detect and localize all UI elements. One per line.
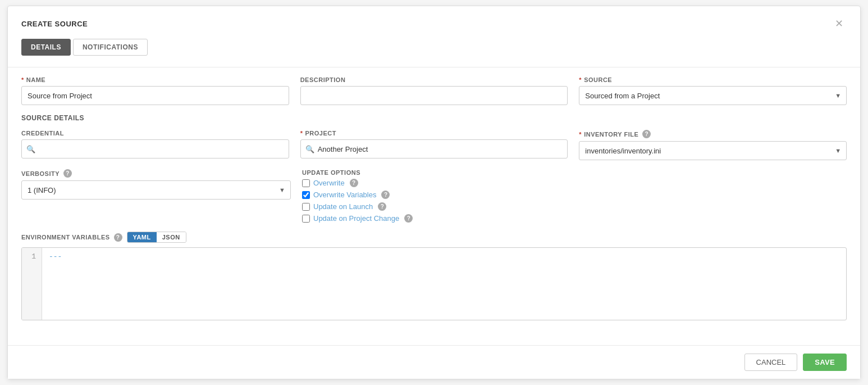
divider [8, 67, 860, 67]
credential-label: CREDENTIAL [21, 130, 289, 137]
name-desc-source-row: * NAME DESCRIPTION * SOURCE Sourced from… [21, 76, 847, 105]
tab-notifications[interactable]: NOTIFICATIONS [73, 39, 148, 56]
project-label: * PROJECT [300, 130, 568, 137]
close-button[interactable]: ✕ [832, 17, 847, 30]
modal-footer: CANCEL SAVE [8, 345, 860, 379]
update-options-group: UPDATE OPTIONS Overwrite ? Overwrite Var… [302, 169, 847, 223]
env-vars-help-icon[interactable]: ? [114, 233, 122, 242]
env-vars-label: ENVIRONMENT VARIABLES ? [21, 233, 122, 242]
tab-bar: DETAILS NOTIFICATIONS [21, 39, 847, 56]
update-options-list: Overwrite ? Overwrite Variables ? Update… [302, 179, 847, 223]
source-label: * SOURCE [579, 76, 847, 83]
verbosity-select[interactable]: 0 (WARNING) 1 (INFO) 2 (DEBUG) 3 (DEBUG+… [21, 180, 291, 200]
inventory-file-group: * INVENTORY FILE ? inventories/inventory… [579, 130, 847, 160]
description-group: DESCRIPTION [300, 76, 568, 105]
code-editor: 1 --- [21, 247, 847, 320]
description-label: DESCRIPTION [300, 76, 568, 83]
inventory-file-label: * INVENTORY FILE ? [579, 130, 847, 138]
update-on-launch-help-icon[interactable]: ? [378, 202, 386, 211]
overwrite-variables-checkbox[interactable] [302, 191, 310, 199]
update-options-label: UPDATE OPTIONS [302, 169, 847, 176]
verbosity-help-icon[interactable]: ? [63, 169, 72, 178]
verbosity-update-row: VERBOSITY ? 0 (WARNING) 1 (INFO) 2 (DEBU… [21, 169, 847, 223]
overwrite-variables-option[interactable]: Overwrite Variables ? [302, 191, 847, 199]
save-button[interactable]: SAVE [803, 354, 847, 371]
project-group: * PROJECT 🔍 [300, 130, 568, 160]
credential-project-inventory-row: CREDENTIAL 🔍 * PROJECT 🔍 * INVENTORY FIL… [21, 130, 847, 160]
description-input[interactable] [300, 86, 568, 105]
update-on-launch-checkbox[interactable] [302, 203, 310, 211]
env-label-row: ENVIRONMENT VARIABLES ? YAML JSON [21, 232, 847, 243]
overwrite-option[interactable]: Overwrite ? [302, 179, 847, 187]
source-required-star: * [579, 76, 582, 83]
modal-header: CREATE SOURCE ✕ [21, 17, 847, 30]
verbosity-group: VERBOSITY ? 0 (WARNING) 1 (INFO) 2 (DEBU… [21, 169, 291, 223]
update-on-project-change-option[interactable]: Update on Project Change ? [302, 214, 847, 223]
json-format-button[interactable]: JSON [157, 232, 186, 242]
format-toggle: YAML JSON [127, 232, 186, 243]
project-search-icon: 🔍 [305, 145, 314, 153]
create-source-modal: CREATE SOURCE ✕ DETAILS NOTIFICATIONS * … [7, 6, 861, 379]
code-content[interactable]: --- [42, 248, 846, 320]
cancel-button[interactable]: CANCEL [744, 354, 798, 371]
inventory-file-required-star: * [579, 131, 582, 138]
update-on-project-change-help-icon[interactable]: ? [404, 214, 413, 223]
overwrite-help-icon[interactable]: ? [350, 179, 358, 187]
yaml-format-button[interactable]: YAML [127, 232, 157, 242]
overwrite-variables-help-icon[interactable]: ? [381, 191, 390, 199]
overwrite-checkbox[interactable] [302, 179, 310, 187]
credential-search-wrapper: 🔍 [21, 139, 289, 158]
inventory-file-select-wrapper: inventories/inventory.ini inventories/ h… [579, 141, 847, 160]
source-details-title: SOURCE DETAILS [21, 114, 847, 122]
name-label: * NAME [21, 76, 289, 83]
name-input[interactable] [21, 86, 289, 105]
env-vars-section: ENVIRONMENT VARIABLES ? YAML JSON 1 --- [21, 232, 847, 320]
inventory-file-help-icon[interactable]: ? [642, 130, 651, 138]
source-group: * SOURCE Sourced from a Project Amazon E… [579, 76, 847, 105]
name-group: * NAME [21, 76, 289, 105]
credential-group: CREDENTIAL 🔍 [21, 130, 289, 160]
credential-input[interactable] [39, 145, 284, 153]
line-numbers: 1 [22, 248, 42, 320]
verbosity-label: VERBOSITY ? [21, 169, 291, 178]
update-on-launch-option[interactable]: Update on Launch ? [302, 202, 847, 211]
verbosity-select-wrapper: 0 (WARNING) 1 (INFO) 2 (DEBUG) 3 (DEBUG+… [21, 180, 291, 200]
source-select-wrapper: Sourced from a Project Amazon EC2 Google… [579, 86, 847, 105]
project-search-wrapper: 🔍 [300, 139, 568, 158]
tab-details[interactable]: DETAILS [21, 39, 71, 56]
inventory-file-select[interactable]: inventories/inventory.ini inventories/ h… [579, 141, 847, 160]
source-select[interactable]: Sourced from a Project Amazon EC2 Google… [579, 86, 847, 105]
project-input[interactable] [318, 145, 563, 153]
credential-search-icon: 🔍 [26, 145, 35, 153]
modal-title: CREATE SOURCE [21, 20, 88, 28]
project-required-star: * [300, 130, 303, 137]
update-on-project-change-checkbox[interactable] [302, 215, 310, 223]
name-required-star: * [21, 76, 24, 83]
